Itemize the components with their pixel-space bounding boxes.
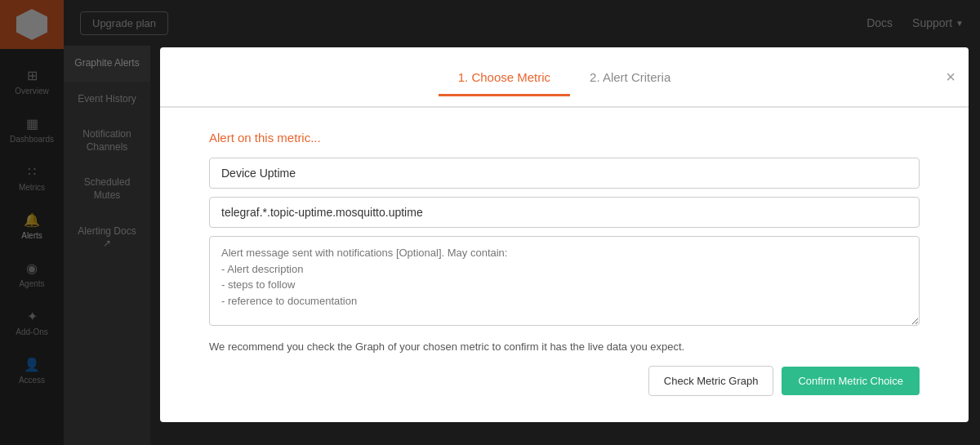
modal-body: Alert on this metric... We recommend you… [160,108,969,422]
recommend-text: We recommend you check the Graph of your… [209,340,920,353]
metric-path-input[interactable] [209,197,920,228]
tab-choose-metric[interactable]: 1. Choose Metric [439,64,570,96]
alert-message-textarea[interactable] [209,236,920,326]
modal-tabs: 1. Choose Metric 2. Alert Criteria [180,60,949,93]
modal-header: 1. Choose Metric 2. Alert Criteria × [160,47,969,107]
confirm-metric-button[interactable]: Confirm Metric Choice [782,367,920,395]
section-label: Alert on this metric... [209,131,920,145]
check-metric-graph-button[interactable]: Check Metric Graph [648,366,774,396]
metric-name-input[interactable] [209,158,920,189]
modal-footer: Check Metric Graph Confirm Metric Choice [209,366,920,399]
tab-alert-criteria[interactable]: 2. Alert Criteria [570,64,690,96]
close-button[interactable]: × [946,68,956,87]
choose-metric-modal: 1. Choose Metric 2. Alert Criteria × Ale… [160,47,969,422]
